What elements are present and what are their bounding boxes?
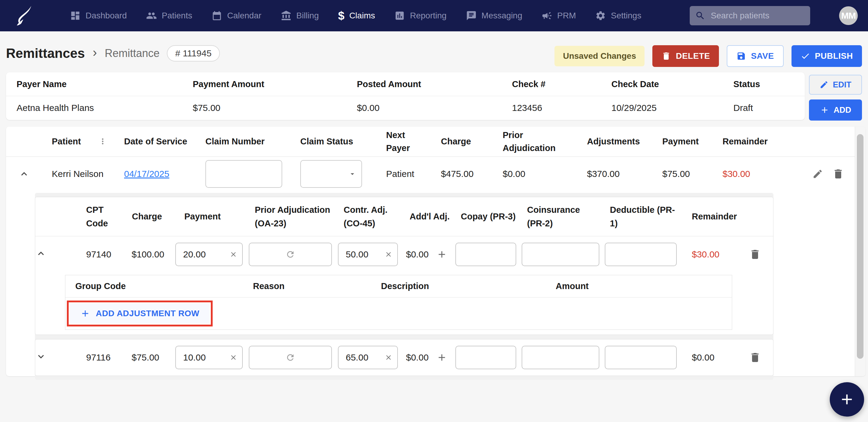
app-logo-icon[interactable] <box>13 4 35 27</box>
contr-adj-input[interactable] <box>339 249 383 259</box>
col-description: Description <box>371 281 546 291</box>
save-button[interactable]: SAVE <box>727 45 783 67</box>
coinsurance-input[interactable] <box>522 353 599 363</box>
save-icon <box>736 51 746 61</box>
calendar-icon <box>211 10 222 21</box>
col-payment: Payment <box>653 135 713 148</box>
col-cpt-contr-adj: Contr. Adj. (CO-45) <box>336 203 401 230</box>
adjustments-table: Group Code Reason Description Amount ADD… <box>65 275 732 330</box>
payment-input[interactable] <box>176 249 228 259</box>
expand-cpt-chevron-down-icon[interactable] <box>35 351 47 362</box>
add-adjustment-plus-icon[interactable] <box>436 249 447 260</box>
col-patient-label: Patient <box>52 135 81 148</box>
header-actions: Unsaved Changes DELETE SAVE PUBLISH <box>555 45 862 67</box>
add-adjustment-row-button[interactable]: ADD ADJUSTMENT ROW <box>70 304 210 323</box>
delete-claim-trash-icon[interactable] <box>832 168 844 180</box>
cpt-charge-value: $100.00 <box>123 249 169 259</box>
deductible-input[interactable] <box>606 249 676 259</box>
col-status: Status <box>723 79 805 89</box>
deductible-input-group <box>605 243 677 266</box>
col-cpt-copay: Copay (PR-3) <box>453 210 519 223</box>
remainder-value: $30.00 <box>713 169 802 179</box>
col-adjustments: Adjustments <box>577 135 653 148</box>
coinsurance-input[interactable] <box>522 249 599 259</box>
col-check-date: Check Date <box>601 79 723 89</box>
edit-button[interactable]: EDIT <box>809 75 862 95</box>
refresh-icon[interactable] <box>285 250 295 259</box>
add-adjustment-plus-icon[interactable] <box>436 352 447 363</box>
nav-item-patients[interactable]: Patients <box>146 10 192 21</box>
nav-item-dashboard[interactable]: Dashboard <box>70 10 127 21</box>
contr-adj-input[interactable] <box>339 353 383 363</box>
claim-number-input[interactable] <box>206 160 282 188</box>
check-icon <box>801 51 810 61</box>
copay-input-group <box>455 243 516 266</box>
claims-card: Patient Date of Service Claim Number Cla… <box>6 126 866 376</box>
add-button[interactable]: ADD <box>809 100 862 120</box>
deductible-input[interactable] <box>606 353 676 363</box>
top-nav: Dashboard Patients Calendar Billing $ Cl… <box>0 0 868 31</box>
col-amount: Amount <box>546 281 732 291</box>
search-icon <box>695 10 705 21</box>
delete-button[interactable]: DELETE <box>652 45 719 67</box>
nav-item-billing[interactable]: Billing <box>281 10 319 21</box>
payment-input[interactable] <box>176 353 228 363</box>
nav-item-reporting[interactable]: Reporting <box>394 10 446 21</box>
cpt-charge-value: $75.00 <box>123 353 169 363</box>
col-claim-status: Claim Status <box>291 135 376 148</box>
delete-cpt-trash-icon[interactable] <box>749 248 761 260</box>
breadcrumb-remittances[interactable]: Remittances <box>6 46 85 61</box>
next-payer-value: Patient <box>376 169 431 179</box>
nav-item-settings[interactable]: Settings <box>595 10 641 21</box>
delete-cpt-trash-icon[interactable] <box>749 351 761 364</box>
nav-item-messaging[interactable]: Messaging <box>466 10 522 21</box>
dropdown-arrow-icon <box>348 170 356 178</box>
cpt-card-97116: 97116 $75.00 <box>35 339 773 376</box>
clear-contr-adj-icon[interactable] <box>383 354 397 361</box>
chat-icon <box>466 10 477 21</box>
addl-adj-value: $0.00 <box>406 353 429 363</box>
col-cpt-charge: Charge <box>123 210 169 223</box>
edit-claim-pencil-icon[interactable] <box>812 169 823 179</box>
col-cpt-addl-adj: Add'l Adj. <box>401 210 453 223</box>
nav-item-calendar[interactable]: Calendar <box>211 10 261 21</box>
publish-button[interactable]: PUBLISH <box>792 45 862 67</box>
contr-adj-input-group <box>338 243 398 266</box>
copay-input[interactable] <box>456 249 516 259</box>
payer-summary-card: Payer Name Payment Amount Posted Amount … <box>6 72 805 120</box>
payment-value: $75.00 <box>653 169 713 179</box>
fab-add-button[interactable] <box>830 382 864 417</box>
user-avatar[interactable]: MM <box>839 6 858 25</box>
cpt-remainder-value: $30.00 <box>680 249 737 259</box>
refresh-icon[interactable] <box>285 353 295 362</box>
nav-label: Billing <box>297 11 319 21</box>
cpt-card-97140: CPT Code Charge Payment Prior Adjudicati… <box>35 197 773 335</box>
cpt-code-value: 97140 <box>74 249 123 259</box>
clear-contr-adj-icon[interactable] <box>383 251 397 258</box>
edit-label: EDIT <box>833 80 851 89</box>
col-cpt-code: CPT Code <box>74 203 123 230</box>
copay-input[interactable] <box>456 353 516 363</box>
collapse-claim-chevron-up-icon[interactable] <box>19 168 30 180</box>
check-date-value: 10/29/2025 <box>601 103 723 113</box>
col-reason: Reason <box>243 281 371 291</box>
payment-input-group <box>175 243 243 266</box>
nav-item-prm[interactable]: PRM <box>541 10 576 21</box>
nav-item-claims[interactable]: $ Claims <box>338 9 375 22</box>
clear-payment-icon[interactable] <box>228 251 242 258</box>
scrollbar-thumb[interactable] <box>857 134 864 359</box>
payment-input-group <box>175 346 243 369</box>
contr-adj-input-group <box>338 346 398 369</box>
patient-search <box>690 6 810 25</box>
adjustments-body: ADD ADJUSTMENT ROW <box>65 298 732 330</box>
page-header: Remittances › Remittance # 111945 Unsave… <box>6 45 862 67</box>
clear-payment-icon[interactable] <box>228 354 242 361</box>
col-remainder: Remainder <box>713 135 802 148</box>
search-input[interactable] <box>711 11 801 21</box>
collapse-cpt-chevron-up-icon[interactable] <box>35 248 47 259</box>
claim-status-select[interactable] <box>300 160 362 188</box>
more-vert-icon[interactable] <box>98 137 107 146</box>
date-of-service-link[interactable]: 04/17/2025 <box>124 169 169 179</box>
nav-label: Dashboard <box>86 11 127 21</box>
cpt-code-value: 97116 <box>74 353 123 363</box>
